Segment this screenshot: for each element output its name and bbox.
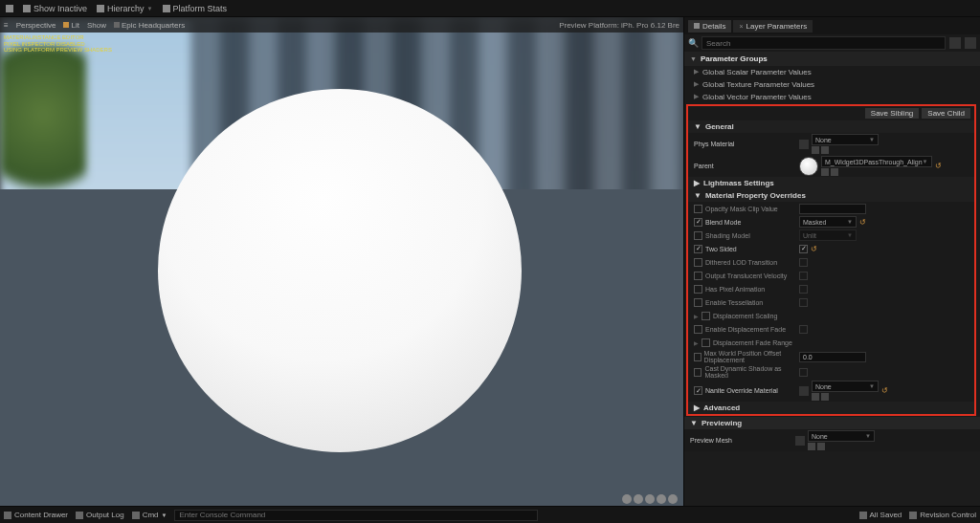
parent-slot[interactable]: M_Widget3DPassThrough_Align▼ [799,156,932,176]
general-section-header[interactable]: ▼General [688,120,974,133]
group-global-vector[interactable]: ▶Global Vector Parameter Values [684,91,980,103]
show-dropdown[interactable]: Show [87,21,106,30]
max-wpo-row: Max World Position Offset Displacement [688,349,974,364]
parent-dropdown[interactable]: M_Widget3DPassThrough_Align▼ [821,156,932,167]
opacity-clip-checkbox[interactable] [694,205,702,213]
max-wpo-input [799,352,866,362]
reset-icon[interactable]: ↺ [859,218,866,227]
saved-icon [859,512,867,519]
perspective-dropdown[interactable]: Perspective [16,21,56,30]
two-sided-override-checkbox[interactable] [694,245,702,253]
mpo-section-header[interactable]: ▼Material Property Overrides [688,189,974,202]
chevron-right-icon: ▶ [694,179,700,187]
preview-mesh-dropdown[interactable]: None▼ [808,430,875,442]
asset-thumb-none [795,436,805,446]
search-input[interactable] [702,36,946,50]
advanced-section-header[interactable]: ▶Advanced [688,402,974,414]
browse-icon[interactable] [817,443,825,450]
lightmass-section-header[interactable]: ▶Lightmass Settings [688,177,974,189]
browse-icon[interactable] [821,393,829,401]
platform-stats-button[interactable]: Platform Stats [161,4,230,13]
use-icon[interactable] [821,168,829,176]
enable-disp-fade-row: Enable Displacement Fade [688,322,974,336]
group-global-texture[interactable]: ▶Global Texture Parameter Values [684,78,980,91]
highlighted-region: Save Sibling Save Child ▼General Phys Ma… [686,104,976,416]
phys-material-slot[interactable]: None▼ [799,134,879,154]
viewport-panel: ≡ Perspective Lit Show Epic Headquarters… [0,17,683,506]
group-global-scalar[interactable]: ▶Global Scalar Parameter Values [684,66,980,78]
save-button[interactable] [4,5,15,12]
viewport-shape-icons [622,494,678,504]
use-icon[interactable] [812,146,819,154]
blend-mode-row: Blend Mode Masked▼↺ [688,215,974,229]
cube-shape-icon[interactable] [657,494,666,504]
drawer-icon [4,512,11,519]
all-saved-status[interactable]: All Saved [859,511,902,519]
save-child-button[interactable]: Save Child [922,108,970,119]
nanite-material-slot[interactable]: None▼ [799,381,879,401]
plane-shape-icon[interactable] [645,494,655,504]
dithered-lod-checkbox[interactable] [694,258,702,267]
opacity-clip-input [799,204,866,214]
content-drawer-button[interactable]: Content Drawer [4,511,68,519]
filter-icon[interactable] [949,37,961,49]
two-sided-value-checkbox[interactable] [799,245,808,253]
use-icon[interactable] [812,393,819,401]
output-velocity-checkbox[interactable] [694,272,702,280]
tab-details[interactable]: Details [688,20,731,33]
use-icon[interactable] [808,443,815,450]
output-log-button[interactable]: Output Log [76,511,124,519]
scene-dropdown[interactable]: Epic Headquarters [114,21,185,30]
hierarchy-icon [97,5,104,12]
nanite-override-checkbox[interactable] [694,386,702,395]
revision-control-button[interactable]: Revision Control [909,511,976,519]
viewport-3d[interactable]: MATERIALINSTANCE EDITOR PIXEL INSPECTOR … [0,17,683,506]
browse-icon[interactable] [831,168,838,176]
enable-tess-value-checkbox [799,298,808,307]
stats-icon [163,5,170,12]
enable-disp-fade-checkbox[interactable] [694,325,702,334]
preview-mesh-slot[interactable]: None▼ [795,430,875,450]
nanite-dropdown[interactable]: None▼ [812,381,879,392]
previewing-section-header[interactable]: ▼Previewing [684,417,980,429]
displacement-scaling-row: ▶Displacement Scaling [688,309,974,322]
tab-layer-parameters[interactable]: ×Layer Parameters [733,20,813,33]
lit-dropdown[interactable]: Lit [63,21,78,30]
console-input[interactable] [174,510,538,521]
nanite-override-row: Nanite Override Material None▼ ↺ [688,380,974,402]
max-wpo-checkbox[interactable] [694,353,702,361]
reset-icon[interactable]: ↺ [881,386,888,395]
cylinder-shape-icon[interactable] [622,494,632,504]
browse-icon[interactable] [821,146,829,154]
log-icon [76,512,83,519]
show-inactive-toggle[interactable]: Show Inactive [21,4,89,13]
settings-icon[interactable] [965,37,976,49]
close-icon[interactable]: × [739,23,743,30]
displacement-scaling-checkbox[interactable] [702,312,710,320]
dithered-lod-row: Dithered LOD Transition [688,255,974,269]
show-inactive-label: Show Inactive [33,4,87,13]
save-sibling-button[interactable]: Save Sibling [865,108,919,119]
cast-dynamic-checkbox[interactable] [694,368,702,377]
phys-material-dropdown[interactable]: None▼ [812,134,879,145]
panel-tabs: Details ×Layer Parameters [684,17,980,34]
phys-material-label: Phys Material [694,141,799,147]
blend-mode-checkbox[interactable] [694,218,702,227]
pixel-anim-checkbox[interactable] [694,285,702,294]
panel-empty-area [684,451,980,506]
reset-icon[interactable]: ↺ [811,245,817,253]
enable-tess-checkbox[interactable] [694,298,702,307]
parameter-groups-header[interactable]: ▼Parameter Groups [684,52,980,66]
blend-mode-dropdown[interactable]: Masked▼ [799,216,857,228]
viewport-menu-button[interactable]: ≡ [4,21,9,30]
reset-icon[interactable]: ↺ [935,162,942,170]
search-icon: 🔍 [688,38,698,48]
displacement-fade-checkbox[interactable] [702,338,710,347]
custom-shape-icon[interactable] [668,494,678,504]
preview-platform-label: Preview Platform: iPh. Pro 6.12 Bre [559,17,679,33]
shading-model-checkbox[interactable] [694,231,702,240]
opacity-clip-row: Opacity Mask Clip Value [688,202,974,215]
sphere-shape-icon[interactable] [634,494,643,504]
hierarchy-button[interactable]: Hierarchy▼ [95,4,154,13]
eye-icon [23,5,31,12]
